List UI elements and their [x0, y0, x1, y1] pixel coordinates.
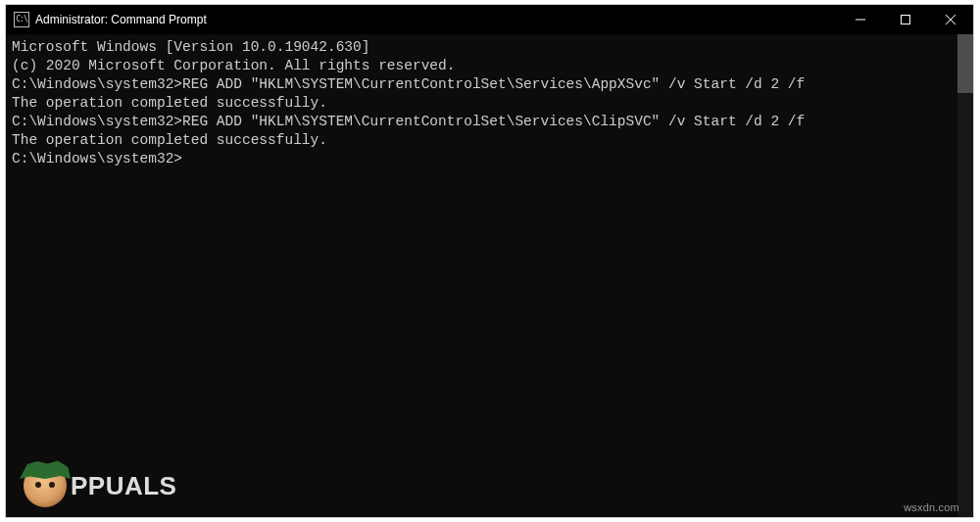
svg-rect-1 — [902, 16, 910, 24]
cmd-window: C:\ Administrator: Command Prompt Micros… — [6, 5, 973, 517]
minimize-button[interactable] — [838, 5, 883, 34]
maximize-button[interactable] — [883, 5, 928, 34]
terminal-line: C:\Windows\system32>REG ADD "HKLM\SYSTEM… — [12, 75, 952, 94]
window-controls — [838, 5, 973, 34]
titlebar[interactable]: C:\ Administrator: Command Prompt — [6, 5, 973, 34]
terminal-line: C:\Windows\system32> — [12, 150, 952, 168]
terminal-line: The operation completed successfully. — [12, 94, 952, 113]
window-title: Administrator: Command Prompt — [35, 13, 207, 26]
terminal-line: The operation completed successfully. — [12, 131, 952, 150]
scrollbar-vertical[interactable] — [957, 34, 973, 517]
close-icon — [946, 15, 956, 24]
cmd-icon: C:\ — [14, 12, 29, 27]
terminal-line: C:\Windows\system32>REG ADD "HKLM\SYSTEM… — [12, 113, 952, 131]
close-button[interactable] — [928, 5, 973, 34]
scrollbar-thumb[interactable] — [957, 34, 973, 93]
terminal-line: Microsoft Windows [Version 10.0.19042.63… — [12, 38, 952, 57]
minimize-icon — [856, 15, 865, 24]
maximize-icon — [901, 15, 910, 24]
terminal-output[interactable]: Microsoft Windows [Version 10.0.19042.63… — [6, 34, 957, 517]
terminal-line: (c) 2020 Microsoft Corporation. All righ… — [12, 57, 952, 75]
terminal-area: Microsoft Windows [Version 10.0.19042.63… — [6, 34, 973, 517]
